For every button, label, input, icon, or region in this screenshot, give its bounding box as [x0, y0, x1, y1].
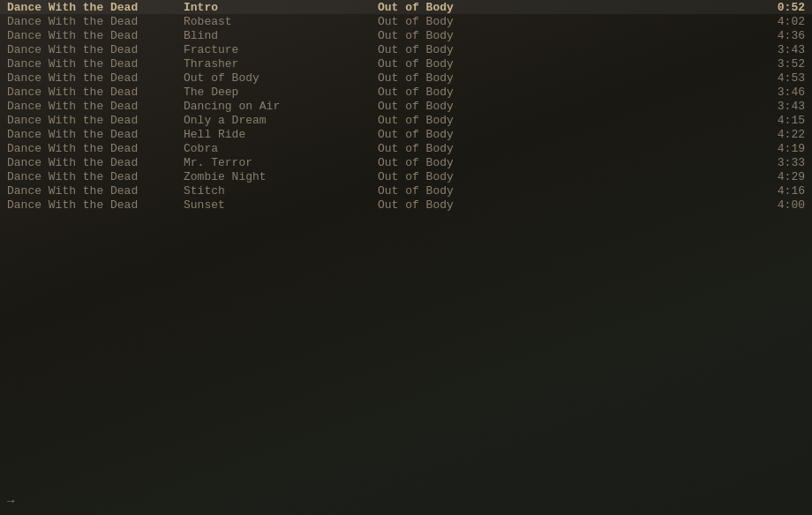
track-album: Out of Body [378, 57, 643, 71]
track-duration: 3:33 [752, 156, 805, 169]
track-artist: Dance With the Dead [7, 86, 184, 99]
track-row[interactable]: Dance With the DeadBlindOut of Body4:36 [0, 28, 812, 42]
track-album: Out of Body [378, 71, 643, 85]
track-album: Out of Body [378, 86, 643, 99]
track-title: Fracture [184, 43, 378, 56]
track-album: Out of Body [378, 156, 643, 169]
track-title: Blind [184, 29, 378, 42]
track-artist: Dance With the Dead [7, 170, 184, 183]
track-row[interactable]: Dance With the DeadOnly a DreamOut of Bo… [0, 113, 812, 127]
track-duration: 3:46 [752, 86, 805, 99]
track-title: Sunset [184, 198, 378, 212]
track-album: Out of Body [378, 114, 643, 127]
track-album: Out of Body [378, 29, 643, 42]
track-artist: Dance With the Dead [7, 156, 184, 169]
track-title: The Deep [184, 86, 378, 99]
track-artist: Dance With the Dead [7, 15, 184, 28]
track-row[interactable]: Dance With the DeadHell RideOut of Body4… [0, 127, 812, 141]
track-duration: 3:43 [752, 100, 805, 113]
track-title: Cobra [184, 142, 378, 155]
track-artist: Dance With the Dead [7, 71, 184, 85]
track-album: Out of Body [378, 128, 643, 141]
track-duration: 4:15 [752, 114, 805, 127]
track-duration: 4:00 [752, 198, 805, 212]
track-artist: Dance With the Dead [7, 114, 184, 127]
track-duration: 4:22 [752, 128, 805, 141]
track-album: Out of Body [378, 15, 643, 28]
track-artist: Dance With the Dead [7, 184, 184, 198]
track-row[interactable]: Dance With the DeadStitchOut of Body4:16 [0, 183, 812, 198]
track-title: Hell Ride [184, 128, 378, 141]
track-duration: 4:36 [752, 29, 805, 42]
track-title: Mr. Terror [184, 156, 378, 169]
track-row[interactable]: Dance With the DeadRobeastOut of Body4:0… [0, 14, 812, 28]
track-duration: 3:52 [752, 57, 805, 71]
track-title: Out of Body [184, 71, 378, 85]
track-row[interactable]: Dance With the DeadFractureOut of Body3:… [0, 42, 812, 56]
track-album: Out of Body [378, 142, 643, 155]
track-duration: 4:02 [752, 15, 805, 28]
track-album: Out of Body [378, 100, 643, 113]
track-artist: Dance With the Dead [7, 43, 184, 56]
arrow-indicator: → [7, 494, 14, 508]
track-duration: 4:19 [752, 142, 805, 155]
track-artist: Dance With the Dead [7, 1, 184, 14]
track-row[interactable]: Dance With the DeadIntroOut of Body0:52 [0, 0, 812, 14]
track-title: Only a Dream [184, 114, 378, 127]
track-title: Thrasher [184, 57, 378, 71]
track-artist: Dance With the Dead [7, 100, 184, 113]
track-duration: 4:29 [752, 170, 805, 183]
track-artist: Dance With the Dead [7, 142, 184, 155]
track-title: Dancing on Air [184, 100, 378, 113]
track-row[interactable]: Dance With the DeadZombie NightOut of Bo… [0, 169, 812, 183]
track-row[interactable]: Dance With the DeadOut of BodyOut of Bod… [0, 71, 812, 85]
track-row[interactable]: Dance With the DeadMr. TerrorOut of Body… [0, 155, 812, 169]
track-album: Out of Body [378, 1, 643, 14]
track-duration: 4:16 [752, 184, 805, 198]
track-album: Out of Body [378, 198, 643, 212]
track-album: Out of Body [378, 43, 643, 56]
track-album: Out of Body [378, 184, 643, 198]
track-row[interactable]: Dance With the DeadThe DeepOut of Body3:… [0, 85, 812, 99]
track-title: Zombie Night [184, 170, 378, 183]
track-artist: Dance With the Dead [7, 198, 184, 212]
track-title: Intro [184, 1, 378, 14]
track-title: Robeast [184, 15, 378, 28]
track-row[interactable]: Dance With the DeadThrasherOut of Body3:… [0, 56, 812, 71]
track-artist: Dance With the Dead [7, 57, 184, 71]
track-list: Dance With the DeadIntroOut of Body0:52D… [0, 0, 812, 212]
track-duration: 4:53 [752, 71, 805, 85]
track-album: Out of Body [378, 170, 643, 183]
track-row[interactable]: Dance With the DeadSunsetOut of Body4:00 [0, 198, 812, 212]
track-title: Stitch [184, 184, 378, 198]
track-artist: Dance With the Dead [7, 29, 184, 42]
track-row[interactable]: Dance With the DeadDancing on AirOut of … [0, 99, 812, 113]
track-artist: Dance With the Dead [7, 128, 184, 141]
track-duration: 0:52 [752, 1, 805, 14]
track-row[interactable]: Dance With the DeadCobraOut of Body4:19 [0, 141, 812, 155]
track-duration: 3:43 [752, 43, 805, 56]
